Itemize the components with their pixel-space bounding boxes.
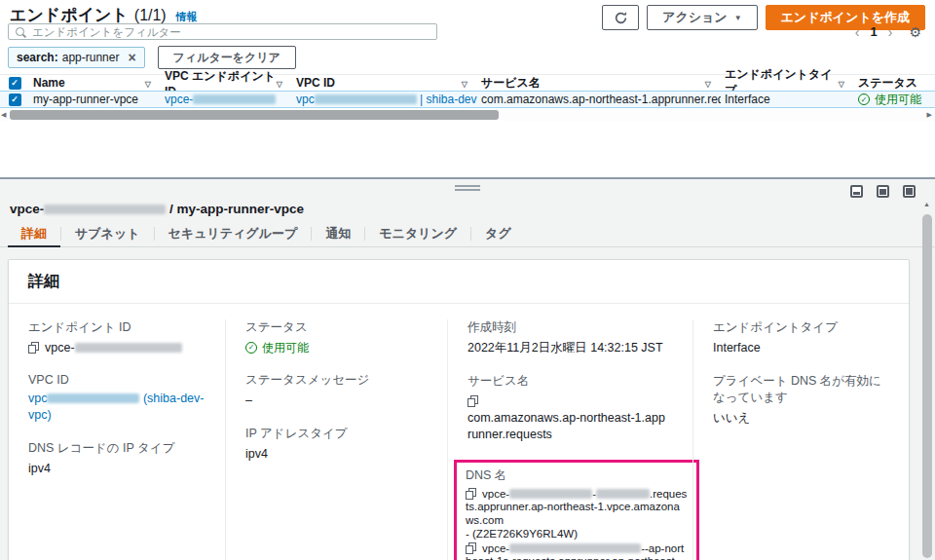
cell-status: 使用可能 bbox=[854, 92, 935, 108]
tab-subnets[interactable]: サブネット bbox=[61, 221, 154, 246]
detail-column-3: 作成時刻 2022年11月2日水曜日 14:32:15 JST サービス名 co… bbox=[447, 319, 692, 560]
detail-column-4: エンドポイントタイプ Interface プライベート DNS 名が有効になって… bbox=[692, 319, 909, 560]
status-label: 使用可能 bbox=[262, 340, 309, 355]
field-endpoint-id: エンドポイント ID vpce- bbox=[28, 319, 206, 356]
row-select-cell bbox=[0, 93, 29, 106]
field-value: ipv4 bbox=[245, 446, 428, 463]
copy-icon[interactable] bbox=[28, 342, 39, 354]
panel-title-suffix: / my-app-runner-vpce bbox=[166, 202, 304, 216]
panel-title: vpce- / my-app-runner-vpce bbox=[10, 202, 304, 216]
dns-name-entry: vpce--.requests.apprunner.ap-northeast-1… bbox=[466, 488, 688, 541]
tab-notifications[interactable]: 通知 bbox=[312, 221, 364, 246]
horizontal-scrollbar[interactable] bbox=[0, 109, 935, 121]
vpc-name: | shiba-dev-vpc bbox=[417, 93, 477, 106]
info-link[interactable]: 情報 bbox=[176, 10, 198, 24]
split-detail-panel: vpce- / my-app-runner-vpce 詳細 サブネット セキュリ… bbox=[0, 181, 935, 560]
field-label: VPC ID bbox=[28, 373, 206, 387]
tab-monitoring[interactable]: モニタリング bbox=[365, 221, 470, 246]
refresh-button[interactable] bbox=[602, 5, 639, 30]
status-check-icon bbox=[858, 93, 870, 105]
filter-search-box[interactable] bbox=[8, 23, 437, 40]
sort-icon[interactable] bbox=[145, 76, 151, 90]
vpce-id-prefix: vpce- bbox=[165, 93, 193, 106]
prev-page-arrow[interactable]: ‹ bbox=[855, 25, 860, 39]
field-label: サービス名 bbox=[468, 373, 673, 390]
scroll-up-icon[interactable] bbox=[923, 201, 930, 207]
field-dns-record-ip-type: DNS レコードの IP タイプ ipv4 bbox=[28, 440, 206, 477]
field-value: 2022年11月2日水曜日 14:32:15 JST bbox=[468, 340, 673, 356]
next-page-arrow[interactable]: › bbox=[888, 25, 893, 39]
sort-icon[interactable] bbox=[277, 76, 282, 90]
cell-endpoint-type: Interface bbox=[721, 93, 854, 106]
filter-token: search: app-runner bbox=[8, 47, 145, 68]
actions-button[interactable]: アクション bbox=[647, 5, 757, 30]
field-status-message: ステータスメッセージ – bbox=[245, 372, 428, 409]
field-label: DNS レコードの IP タイプ bbox=[28, 440, 206, 457]
details-card: 詳細 エンドポイント ID vpce- VPC ID vpc (shiba-de… bbox=[8, 259, 910, 560]
table-row[interactable]: my-app-runner-vpce vpce- vpc | shiba-dev… bbox=[0, 91, 935, 108]
sort-icon[interactable] bbox=[839, 76, 844, 90]
gear-icon[interactable] bbox=[909, 25, 921, 39]
field-value: いいえ bbox=[713, 410, 889, 427]
panel-size-small-icon[interactable] bbox=[850, 185, 863, 198]
pagination: ‹ 1 › bbox=[855, 24, 921, 39]
field-label: IP アドレスタイプ bbox=[245, 426, 428, 442]
panel-size-large-icon[interactable] bbox=[903, 185, 916, 198]
copy-icon[interactable] bbox=[466, 488, 476, 500]
select-all-cell bbox=[0, 77, 29, 90]
scroll-left-icon[interactable] bbox=[1, 109, 6, 121]
field-label: ステータス bbox=[245, 319, 428, 336]
detail-tabs: 詳細 サブネット セキュリティグループ 通知 モニタリング タグ bbox=[0, 221, 935, 247]
select-all-checkbox[interactable] bbox=[9, 77, 21, 90]
cell-vpce-id: vpce- bbox=[161, 93, 292, 106]
status-check-icon bbox=[245, 342, 257, 354]
split-panel-drag-handle[interactable] bbox=[455, 185, 480, 193]
redacted-text bbox=[509, 543, 641, 553]
field-service-name: サービス名 com.amazonaws.ap-northeast-1.appru… bbox=[468, 373, 673, 443]
vpc-id-link[interactable]: vpc | shiba-dev-vpc bbox=[296, 93, 477, 106]
filter-search-input[interactable] bbox=[32, 26, 430, 38]
clear-filters-button[interactable]: フィルターをクリア bbox=[158, 46, 296, 69]
column-header-vpc-id[interactable]: VPC ID bbox=[292, 76, 477, 90]
vpc-id-prefix: vpc bbox=[28, 392, 47, 405]
vpc-id-prefix: vpc bbox=[296, 93, 315, 106]
endpoint-id-prefix: vpce- bbox=[45, 341, 75, 355]
column-header-service-name[interactable]: サービス名 bbox=[477, 75, 721, 92]
sort-icon[interactable] bbox=[462, 76, 468, 90]
filter-token-row: search: app-runner フィルターをクリア bbox=[8, 46, 296, 69]
field-status: ステータス 使用可能 bbox=[245, 319, 428, 355]
details-card-heading: 詳細 bbox=[9, 260, 909, 304]
column-header-name[interactable]: Name bbox=[29, 76, 161, 90]
panel-size-medium-icon[interactable] bbox=[877, 185, 889, 198]
dns-name-entry: vpce---ap-northeast-1a.requests.apprunne… bbox=[466, 542, 688, 560]
field-created-at: 作成時刻 2022年11月2日水曜日 14:32:15 JST bbox=[468, 319, 673, 356]
tab-security-groups[interactable]: セキュリティグループ bbox=[155, 221, 312, 246]
redacted-text bbox=[75, 343, 182, 353]
vertical-scrollbar[interactable] bbox=[921, 201, 933, 558]
tab-details[interactable]: 詳細 bbox=[8, 221, 60, 247]
vpce-id-link[interactable]: vpce- bbox=[165, 93, 276, 106]
copy-icon[interactable] bbox=[468, 395, 478, 407]
vertical-scrollbar-thumb[interactable] bbox=[922, 214, 932, 558]
field-label: エンドポイント ID bbox=[28, 319, 206, 336]
actions-button-label: アクション bbox=[662, 9, 728, 26]
column-header-status[interactable]: ステータス bbox=[854, 75, 935, 92]
scroll-right-icon[interactable] bbox=[927, 109, 932, 121]
row-checkbox[interactable] bbox=[9, 93, 21, 106]
filter-token-key: search: bbox=[17, 51, 58, 64]
column-label: ステータス bbox=[858, 75, 917, 92]
remove-token-icon[interactable] bbox=[128, 50, 135, 65]
column-label: Name bbox=[33, 76, 65, 90]
field-vpc-id: VPC ID vpc (shiba-dev-vpc) bbox=[28, 373, 206, 424]
vpc-id-link[interactable]: vpc (shiba-dev-vpc) bbox=[28, 392, 204, 422]
field-label: DNS 名 bbox=[466, 467, 688, 484]
dns-zone-id: - (Z2E726K9Y6RL4W) bbox=[466, 528, 688, 541]
page-number[interactable]: 1 bbox=[871, 24, 878, 39]
horizontal-scrollbar-thumb[interactable] bbox=[10, 110, 499, 120]
endpoints-table-card: エンドポイント (1/1) 情報 アクション エンドポイントを作成 ‹ 1 › … bbox=[0, 0, 935, 179]
tab-tags[interactable]: タグ bbox=[471, 221, 525, 246]
redacted-text bbox=[596, 489, 650, 499]
sort-icon[interactable] bbox=[705, 76, 711, 90]
copy-icon[interactable] bbox=[466, 542, 476, 554]
field-endpoint-type: エンドポイントタイプ Interface bbox=[713, 319, 889, 356]
